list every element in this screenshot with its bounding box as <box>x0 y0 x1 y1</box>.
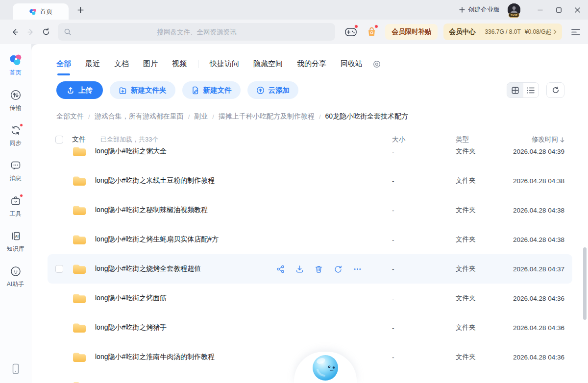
member-subsidy-button[interactable]: 会员限时补贴 <box>385 24 438 40</box>
sidebar-item-sync[interactable]: 同步 <box>9 123 23 147</box>
ai-mascot-ball[interactable] <box>312 353 339 382</box>
refresh-list-button[interactable] <box>546 82 564 98</box>
row-checkbox[interactable] <box>55 265 63 273</box>
scrollbar-thumb[interactable] <box>583 247 587 320</box>
sidebar-item-home[interactable]: 首页 <box>9 53 23 77</box>
breadcrumb-segment[interactable]: 全部文件 <box>56 112 84 121</box>
sidebar-item-messages[interactable]: 消息 <box>9 159 23 183</box>
target-circle-icon <box>373 60 381 68</box>
titlebar: 首页 创建企业版 SVIP <box>0 0 588 20</box>
table-row[interactable]: long隐小#吃街之米线土豆粉的制作教程 - 文件夹 2026.04.28 04… <box>48 166 572 195</box>
tab-quick-access[interactable]: 快捷访问 <box>210 59 239 70</box>
avatar[interactable]: SVIP <box>508 3 520 16</box>
cloud-add-button[interactable]: 云添加 <box>247 81 299 99</box>
phone-icon <box>11 363 20 374</box>
new-folder-icon <box>119 86 127 95</box>
back-button[interactable] <box>9 24 21 39</box>
notification-dot <box>20 194 23 197</box>
upload-button[interactable]: 上传 <box>56 81 103 99</box>
sort-arrow-icon <box>560 137 564 143</box>
tab-hidden-space[interactable]: 隐藏空间 <box>253 59 283 70</box>
forward-button[interactable] <box>24 24 36 39</box>
tab-recycle-bin[interactable]: 回收站 <box>341 59 363 70</box>
close-button[interactable] <box>569 2 585 17</box>
list-view-button[interactable] <box>523 83 539 97</box>
file-name: long隐小#吃街之烤猪手 <box>95 323 167 332</box>
knowledge-base-icon: AI <box>9 229 23 243</box>
search-bar <box>58 23 335 41</box>
toolbar: 会员限时补贴 会员中心 336.7G / 8.0T ¥0.08/G起 <box>0 20 588 44</box>
home-logo-icon <box>9 53 23 67</box>
file-name: long隐小#吃街之米线土豆粉的制作教程 <box>95 176 215 185</box>
sidebar-item-tools[interactable]: 工具 <box>9 194 23 218</box>
share-button[interactable] <box>276 265 285 273</box>
tabs-settings-button[interactable] <box>373 60 381 68</box>
storage-usage: 336.7G / 8.0T <box>485 28 520 35</box>
file-name: long隐小#吃街之烧烤全套教程超值 <box>95 264 201 273</box>
grid-view-button[interactable] <box>507 83 523 97</box>
table-row-hovered[interactable]: long隐小#吃街之烧烤全套教程超值 <box>48 254 572 284</box>
create-enterprise-button[interactable]: 创建企业版 <box>459 5 500 14</box>
loaded-status: 已全部加载，共33个 <box>100 135 158 144</box>
forward-arrow-icon <box>26 27 35 37</box>
reload-icon <box>42 27 50 36</box>
search-input[interactable] <box>58 23 335 41</box>
tab-all[interactable]: 全部 <box>56 59 71 70</box>
tab-recent[interactable]: 最近 <box>85 59 100 70</box>
table-row[interactable]: long隐小#吃街之秘制辣椒油视频教程 - 文件夹 2026.04.28 04:… <box>48 195 572 225</box>
sidebar-item-knowledge[interactable]: AI 知识库 <box>7 229 24 253</box>
breadcrumb-segment[interactable]: 副业 <box>194 112 208 121</box>
sync-icon <box>9 123 23 137</box>
minimize-button[interactable] <box>532 2 548 17</box>
back-arrow-icon <box>10 27 20 37</box>
retry-sparkle-icon <box>334 265 343 273</box>
games-button[interactable] <box>345 26 357 38</box>
new-file-button[interactable]: 新建文件 <box>182 81 241 99</box>
folder-icon <box>72 322 87 334</box>
tab-videos[interactable]: 视频 <box>172 59 187 70</box>
more-actions-button[interactable] <box>353 265 362 273</box>
folder-icon <box>72 234 87 246</box>
mobile-app-button[interactable] <box>11 363 20 376</box>
file-name: long隐小#吃街之粥大全 <box>95 147 167 156</box>
breadcrumb-current: 60龙隐小吃街全套技术配方 <box>325 112 409 121</box>
maximize-icon <box>556 7 562 13</box>
new-folder-button[interactable]: 新建文件夹 <box>110 81 175 99</box>
ai-assistant-icon <box>9 264 23 278</box>
folder-icon <box>72 263 87 275</box>
member-center-button[interactable]: 会员中心 336.7G / 8.0T ¥0.08/G起 <box>443 24 562 40</box>
tab-pictures[interactable]: 图片 <box>143 59 158 70</box>
tab-home[interactable]: 首页 <box>13 3 69 20</box>
sidebar-item-transfer[interactable]: 传输 <box>9 88 23 112</box>
maximize-button[interactable] <box>551 2 566 17</box>
column-modified-sort[interactable]: 修改时间 <box>532 135 564 144</box>
toolbox-icon <box>9 194 23 208</box>
sidebar-item-ai-assistant[interactable]: AI助手 <box>7 264 24 288</box>
upload-icon <box>67 86 74 94</box>
column-size: 大小 <box>386 135 450 144</box>
main-panel: 全部 最近 文档 图片 视频 快捷访问 隐藏空间 我的分享 回收站 <box>31 44 588 383</box>
breadcrumb-segment[interactable]: 游戏合集，所有游戏都在里面 <box>95 112 184 121</box>
folder-icon <box>72 147 87 158</box>
trash-icon <box>315 265 323 273</box>
tab-documents[interactable]: 文档 <box>114 59 129 70</box>
download-button[interactable] <box>295 265 304 273</box>
table-row[interactable]: long隐小#吃街之烤生蚝扇贝实体店配#方 - 文件夹 2026.04.28 0… <box>48 225 572 254</box>
tab-my-shares[interactable]: 我的分享 <box>297 59 326 70</box>
save-transfer-button[interactable] <box>334 265 343 273</box>
reload-button[interactable] <box>40 24 52 39</box>
menu-lines-button[interactable] <box>570 25 581 39</box>
breadcrumb-segment[interactable]: 摆摊上千种小吃配方及制作教程 <box>219 112 315 121</box>
refresh-icon <box>552 86 560 94</box>
new-tab-button[interactable] <box>75 5 85 15</box>
table-row[interactable]: long隐小#吃街之烤面筋 - 文件夹 2026.04.28 04:36 <box>48 284 572 313</box>
plus-icon <box>459 7 465 13</box>
svip-badge: SVIP <box>509 13 519 18</box>
delete-button[interactable] <box>315 265 323 273</box>
table-row[interactable]: long隐小#吃街之粥大全 - 文件夹 2026.04.28 04:39 <box>48 147 572 166</box>
new-file-icon <box>191 86 199 95</box>
select-all-checkbox[interactable] <box>55 136 63 144</box>
table-row[interactable]: long隐小#吃街之烤猪手 - 文件夹 2026.04.28 04:36 <box>48 313 572 342</box>
rewards-button[interactable] <box>367 26 377 38</box>
folder-icon <box>72 351 87 363</box>
